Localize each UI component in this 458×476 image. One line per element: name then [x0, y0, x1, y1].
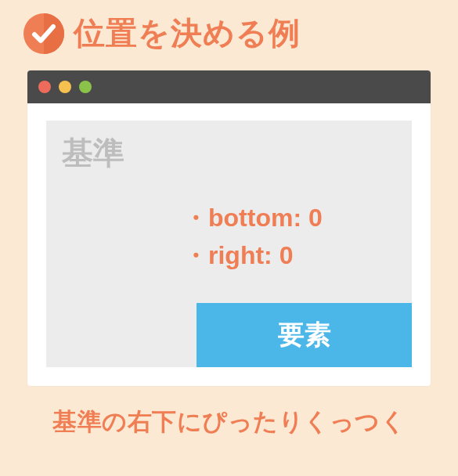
- checkmark-icon: [23, 13, 64, 54]
- close-icon: [38, 81, 51, 93]
- window-body: 基準 ・bottom: 0 ・right: 0 要素: [27, 103, 431, 386]
- base-reference-box: 基準 ・bottom: 0 ・right: 0 要素: [46, 121, 412, 367]
- caption: 基準の右下にぴったりくっつく: [20, 406, 438, 438]
- rule-right: ・right: 0: [183, 236, 323, 274]
- css-rules: ・bottom: 0 ・right: 0: [183, 199, 323, 274]
- base-label: 基準: [62, 132, 124, 175]
- window-titlebar: [27, 70, 431, 103]
- page-title: 位置を決める例: [74, 12, 301, 55]
- minimize-icon: [59, 81, 71, 93]
- browser-window: 基準 ・bottom: 0 ・right: 0 要素: [27, 70, 431, 386]
- maximize-icon: [79, 81, 92, 93]
- header: 位置を決める例: [23, 12, 438, 55]
- rule-bottom: ・bottom: 0: [183, 199, 323, 236]
- positioned-element: 要素: [197, 303, 412, 367]
